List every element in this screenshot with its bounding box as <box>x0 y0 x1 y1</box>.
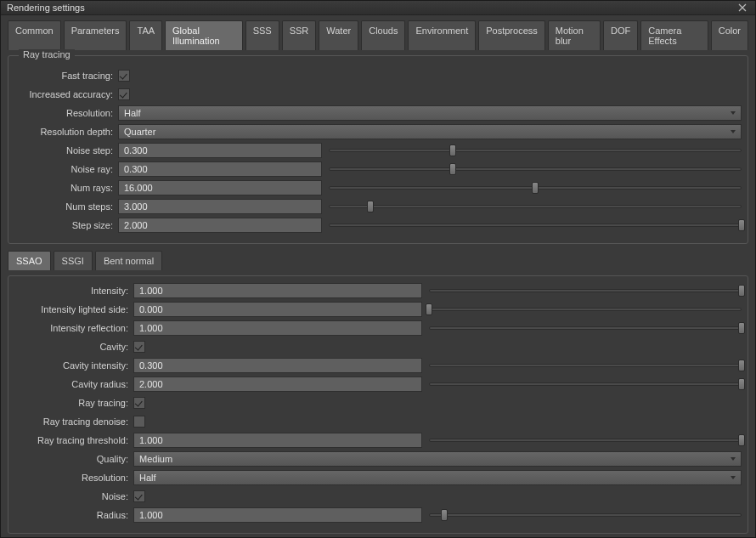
checkbox-increased-accuracy[interactable] <box>118 88 130 100</box>
input-intensity-reflection[interactable]: 1.000 <box>133 320 422 336</box>
input-cavity-radius[interactable]: 2.000 <box>133 377 422 392</box>
checkbox-cavity[interactable] <box>133 341 145 353</box>
checkbox-fast-tracing[interactable] <box>118 70 130 82</box>
group-ssao: Intensity: 1.000 Intensity lighted side:… <box>8 275 748 534</box>
tab-camera-effects[interactable]: Camera Effects <box>640 20 708 50</box>
label-intensity-reflection: Intensity reflection: <box>14 323 133 333</box>
label-intensity: Intensity: <box>14 286 133 296</box>
tab-sss[interactable]: SSS <box>245 20 279 50</box>
tab-postprocess[interactable]: Postprocess <box>478 20 545 50</box>
subtab-bent-normal[interactable]: Bent normal <box>95 251 162 270</box>
chevron-down-icon <box>731 130 736 133</box>
label-intensity-lighted: Intensity lighted side: <box>14 304 133 314</box>
tab-motion-blur[interactable]: Motion blur <box>548 20 601 50</box>
label-noise-step: Noise step: <box>14 145 118 156</box>
label-num-steps: Num steps: <box>14 201 118 212</box>
window-body: CommonParametersTAAGlobal IlluminationSS… <box>1 15 755 538</box>
slider-cavity-radius[interactable] <box>429 378 742 390</box>
chevron-down-icon <box>731 476 736 479</box>
chevron-down-icon <box>731 111 736 115</box>
label-increased-accuracy: Increased accuracy: <box>14 89 118 99</box>
group-ray-tracing: Ray tracing Fast tracing: Increased accu… <box>8 55 748 244</box>
input-noise-step[interactable]: 0.300 <box>118 143 322 158</box>
slider-noise-ray[interactable] <box>329 163 742 175</box>
checkbox-ssao-noise[interactable] <box>133 490 145 502</box>
input-noise-ray[interactable]: 0.300 <box>118 161 322 177</box>
label-step-size: Step size: <box>14 220 118 230</box>
label-ssao-resolution: Resolution: <box>14 473 133 483</box>
slider-ssao-radius[interactable] <box>429 509 742 521</box>
dropdown-ssao-resolution[interactable]: Half <box>133 470 742 485</box>
input-cavity-intensity[interactable]: 0.300 <box>133 358 422 373</box>
tab-water[interactable]: Water <box>319 20 358 50</box>
label-cavity-intensity: Cavity intensity: <box>14 360 133 371</box>
slider-ssao-rt-threshold[interactable] <box>429 434 742 446</box>
close-icon <box>738 3 747 12</box>
slider-num-steps[interactable] <box>329 201 742 212</box>
label-ssao-radius: Radius: <box>14 510 133 520</box>
label-rt-resolution-depth: Resolution depth: <box>14 127 118 137</box>
checkbox-ssao-rt-denoise[interactable] <box>133 416 145 428</box>
label-noise-ray: Noise ray: <box>14 164 118 174</box>
label-cavity-radius: Cavity radius: <box>14 379 133 389</box>
input-num-steps[interactable]: 3.000 <box>118 199 322 214</box>
slider-intensity[interactable] <box>429 285 742 297</box>
footer: Load Save <box>8 534 748 538</box>
label-ssao-quality: Quality: <box>14 454 133 464</box>
tab-parameters[interactable]: Parameters <box>64 20 127 50</box>
tab-dof[interactable]: DOF <box>603 20 638 50</box>
input-step-size[interactable]: 2.000 <box>118 218 322 233</box>
label-rt-resolution: Resolution: <box>14 108 118 118</box>
tab-ssr[interactable]: SSR <box>282 20 317 50</box>
dropdown-rt-resolution-value: Half <box>124 108 731 118</box>
label-cavity: Cavity: <box>14 342 133 352</box>
label-fast-tracing: Fast tracing: <box>14 71 118 81</box>
input-ssao-rt-threshold[interactable]: 1.000 <box>133 433 422 448</box>
label-ssao-noise: Noise: <box>14 491 133 501</box>
dropdown-ssao-quality-value: Medium <box>139 454 731 464</box>
slider-noise-step[interactable] <box>329 144 742 156</box>
dropdown-ssao-quality[interactable]: Medium <box>133 451 742 467</box>
dropdown-rt-resolution[interactable]: Half <box>118 105 742 121</box>
tab-color[interactable]: Color <box>711 20 748 50</box>
slider-num-rays[interactable] <box>329 182 742 194</box>
input-ssao-radius[interactable]: 1.000 <box>133 507 422 523</box>
tab-global-illumination[interactable]: Global Illumination <box>165 20 243 50</box>
group-title-ray-tracing: Ray tracing <box>19 49 75 59</box>
tab-environment[interactable]: Environment <box>408 20 476 50</box>
close-button[interactable] <box>736 1 749 14</box>
tab-clouds[interactable]: Clouds <box>361 20 405 50</box>
chevron-down-icon <box>731 457 736 461</box>
subtab-ssao[interactable]: SSAO <box>8 251 51 270</box>
dropdown-rt-resolution-depth-value: Quarter <box>124 127 731 137</box>
slider-intensity-reflection[interactable] <box>429 322 742 334</box>
input-intensity-lighted[interactable]: 0.000 <box>133 302 422 317</box>
label-ssao-rt-threshold: Ray tracing threshold: <box>14 435 133 445</box>
tabstrip: CommonParametersTAAGlobal IlluminationSS… <box>8 20 748 50</box>
slider-cavity-intensity[interactable] <box>429 360 742 371</box>
rendering-settings-window: Rendering settings CommonParametersTAAGl… <box>0 0 756 538</box>
dropdown-rt-resolution-depth[interactable]: Quarter <box>118 124 742 139</box>
label-ssao-raytracing: Ray tracing: <box>14 398 133 408</box>
label-num-rays: Num rays: <box>14 183 118 193</box>
titlebar: Rendering settings <box>1 1 755 15</box>
input-num-rays[interactable]: 16.000 <box>118 180 322 195</box>
subtab-ssgi[interactable]: SSGI <box>54 251 93 270</box>
input-intensity[interactable]: 1.000 <box>133 283 422 298</box>
dropdown-ssao-resolution-value: Half <box>139 473 731 483</box>
slider-step-size[interactable] <box>329 219 742 231</box>
tab-taa[interactable]: TAA <box>129 20 162 50</box>
subtabs: SSAOSSGIBent normal <box>8 251 748 270</box>
window-title: Rendering settings <box>7 3 736 13</box>
tab-common[interactable]: Common <box>8 20 61 50</box>
checkbox-ssao-raytracing[interactable] <box>133 397 145 409</box>
label-ssao-rt-denoise: Ray tracing denoise: <box>14 416 133 427</box>
slider-intensity-lighted[interactable] <box>429 303 742 315</box>
